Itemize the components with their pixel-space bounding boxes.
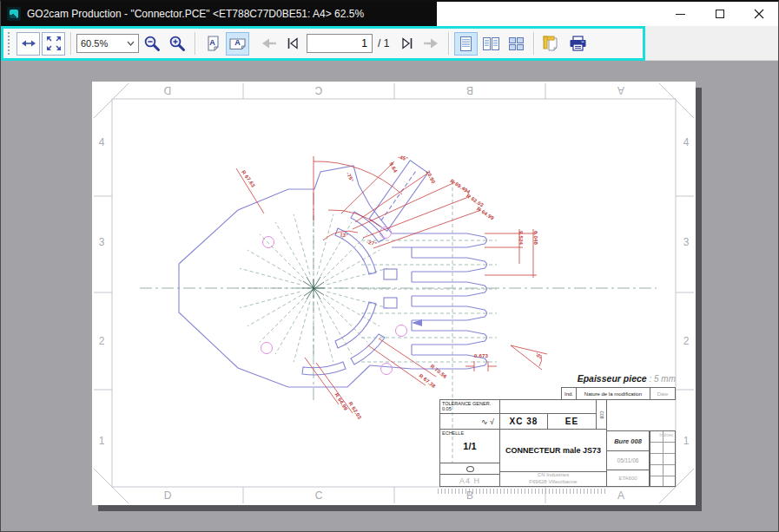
revision-date-header: Date bbox=[650, 387, 676, 400]
material-cell: XC 38 bbox=[499, 413, 548, 430]
projection-cell bbox=[439, 463, 500, 475]
four-page-view-button[interactable] bbox=[505, 32, 528, 56]
part-title-cell: CONNECTEUR male JS73 bbox=[499, 429, 607, 472]
chevron-down-icon bbox=[127, 41, 135, 46]
titlebar: GO2cam Production - "Connector.PCE" <ET7… bbox=[1, 2, 778, 26]
side-cell: C08 bbox=[596, 399, 607, 430]
app-icon bbox=[7, 7, 21, 21]
two-page-icon bbox=[483, 37, 499, 50]
margin-ticks bbox=[438, 489, 608, 494]
side-cell-label: C08 bbox=[599, 410, 604, 418]
fit-width-button[interactable] bbox=[17, 32, 40, 56]
two-page-view-button[interactable] bbox=[479, 32, 503, 56]
date-value-cell: 05/11/06 bbox=[606, 450, 650, 470]
zoom-in-icon bbox=[168, 35, 187, 53]
scale-cell: ECHELLE 1/1 bbox=[439, 429, 500, 463]
minimize-button[interactable] bbox=[661, 2, 700, 26]
page-setup-button[interactable] bbox=[539, 32, 563, 56]
company-name: CN Industries bbox=[538, 472, 569, 479]
previous-view-button[interactable] bbox=[256, 32, 280, 56]
toolbar-separator bbox=[195, 32, 195, 55]
zoom-out-icon bbox=[143, 35, 162, 53]
empty-cell bbox=[499, 399, 597, 414]
first-page-button[interactable] bbox=[281, 32, 305, 56]
four-page-icon bbox=[509, 37, 524, 50]
fit-width-icon bbox=[21, 36, 36, 51]
thickness-note-value: : 5 mm bbox=[647, 374, 676, 384]
landscape-orientation-button[interactable]: A bbox=[226, 32, 249, 56]
printer-icon bbox=[568, 35, 589, 53]
last-page-button[interactable] bbox=[394, 32, 418, 56]
revision-ind-header: Ind. bbox=[561, 387, 577, 400]
drawing-sheet: DCBADCBA43214321 -45°-75°9.6420.90R 69.4… bbox=[92, 82, 696, 505]
format-cell: A4 H bbox=[439, 474, 500, 487]
company-city: F69628 Villeurbanne bbox=[529, 479, 577, 486]
zoom-level-select[interactable]: 60.5% bbox=[76, 34, 139, 53]
app-window: GO2cam Production - "Connector.PCE" <ET7… bbox=[0, 0, 779, 532]
landscape-page-letter: A bbox=[227, 38, 248, 47]
page-total-label: / 1 bbox=[378, 37, 389, 49]
first-page-icon bbox=[285, 35, 302, 52]
maximize-button[interactable] bbox=[700, 2, 739, 26]
arrow-right-icon bbox=[422, 35, 441, 52]
bureau-cell: Bure 008 bbox=[606, 430, 650, 451]
company-cell: CN Industries F69628 Villeurbanne bbox=[499, 471, 607, 487]
zoom-level-value: 60.5% bbox=[81, 38, 123, 49]
print-preview-toolbar: 60.5% bbox=[1, 26, 778, 61]
fit-page-icon bbox=[46, 36, 62, 51]
maximize-icon bbox=[716, 10, 724, 18]
scale-label: ECHELLE bbox=[442, 430, 464, 436]
portrait-orientation-button[interactable]: A bbox=[201, 32, 224, 56]
indices-grid: Indices bbox=[650, 430, 676, 487]
titlebar-dark-area: GO2cam Production - "Connector.PCE" <ET7… bbox=[1, 2, 437, 26]
thickness-note: Epaisseur piece : 5 mm bbox=[439, 370, 676, 385]
last-page-icon bbox=[398, 35, 415, 52]
revision-nature-header: Nature de la modification bbox=[576, 387, 650, 400]
code-cell: EE bbox=[547, 413, 597, 430]
preview-canvas: DCBADCBA43214321 -45°-75°9.6420.90R 69.4… bbox=[1, 61, 778, 531]
scale-value: 1/1 bbox=[463, 441, 476, 451]
projection-symbol-icon bbox=[466, 466, 474, 472]
single-page-view-button[interactable] bbox=[454, 32, 478, 56]
toolbar-separator bbox=[533, 32, 534, 55]
minimize-icon bbox=[676, 14, 685, 15]
close-icon bbox=[754, 9, 764, 19]
portrait-page-letter: A bbox=[201, 38, 223, 47]
ruler-page-icon bbox=[542, 35, 560, 52]
window-controls bbox=[661, 2, 778, 26]
fit-page-button[interactable] bbox=[42, 32, 65, 56]
tolerance-cell: TOLERANCE GENER. 0.05 bbox=[439, 399, 500, 414]
toolbar-grip[interactable] bbox=[8, 32, 11, 55]
print-button[interactable] bbox=[564, 32, 592, 56]
zoom-in-button[interactable] bbox=[166, 32, 189, 56]
arrow-left-icon bbox=[259, 35, 278, 52]
single-page-icon bbox=[460, 36, 472, 51]
toolbar-separator bbox=[448, 32, 449, 55]
next-view-button[interactable] bbox=[419, 32, 443, 56]
page-number-input[interactable] bbox=[307, 34, 373, 53]
reference-cell: ETA600 bbox=[606, 470, 650, 487]
toolbar-highlight: 60.5% bbox=[1, 26, 645, 61]
close-button[interactable] bbox=[739, 2, 778, 26]
toolbar-separator bbox=[70, 32, 71, 55]
window-title: GO2cam Production - "Connector.PCE" <ET7… bbox=[27, 8, 364, 20]
roughness-cell: ∿ √ bbox=[439, 413, 500, 430]
thickness-note-label: Epaisseur piece bbox=[578, 373, 647, 384]
zoom-out-button[interactable] bbox=[141, 32, 164, 56]
